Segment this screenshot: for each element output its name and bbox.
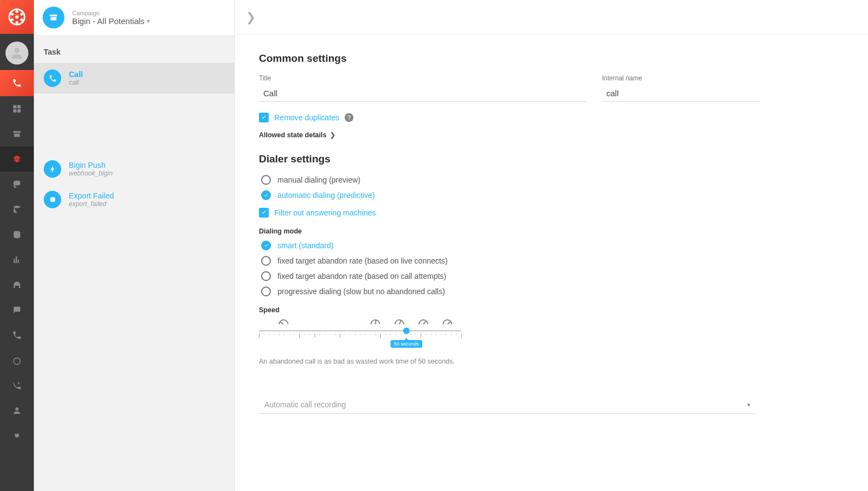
dialer-settings-heading: Dialer settings [259, 153, 844, 165]
main-content: ❯ Common settings Title Internal name Re… [235, 0, 868, 491]
phone-icon [44, 69, 61, 87]
recording-dropdown[interactable]: Automatic call recording ▾ [259, 396, 756, 414]
bolt-icon [44, 160, 61, 178]
task-sublabel: export_failed [69, 200, 114, 208]
progressive-label: progressive dialing (slow but no abandon… [277, 287, 445, 296]
smart-mode-radio[interactable] [261, 241, 271, 250]
task-section-title: Task [34, 36, 234, 63]
svg-point-4 [20, 19, 23, 21]
svg-point-5 [16, 21, 19, 24]
rail-database-icon[interactable] [0, 222, 34, 247]
internal-name-input[interactable] [602, 85, 760, 102]
chevron-down-icon: ▾ [747, 401, 751, 408]
user-avatar[interactable] [5, 42, 28, 65]
svg-point-7 [11, 13, 14, 16]
task-item-call[interactable]: Callcall [34, 63, 234, 93]
common-settings-heading: Common settings [259, 52, 844, 65]
svg-point-17 [15, 407, 19, 411]
speed-caption: An abandoned call is as bad as wasted wo… [259, 358, 844, 365]
rail-call-forward-icon[interactable] [0, 373, 34, 398]
rail-timer-icon[interactable] [0, 348, 34, 373]
rail-headphones-icon[interactable] [0, 272, 34, 297]
fixed-attempts-label: fixed target abandon rate (based on call… [277, 272, 446, 280]
progressive-radio[interactable] [261, 287, 271, 296]
chevron-right-icon[interactable]: ❯ [246, 10, 256, 25]
filter-answering-machines-label: Filter out answering machines [274, 208, 376, 217]
rail-archive-icon[interactable] [0, 121, 34, 147]
campaign-selector[interactable]: Campaign Bigin - All Potentials▾ [34, 0, 234, 36]
fixed-live-label: fixed target abandon rate (based on live… [277, 256, 447, 265]
svg-point-1 [15, 15, 19, 19]
filter-answering-machines-checkbox[interactable] [259, 208, 269, 218]
task-label: Bigin Push [69, 161, 113, 169]
smart-mode-label: smart (standard) [277, 241, 334, 250]
svg-point-14 [14, 206, 20, 208]
title-label: Title [259, 74, 587, 82]
campaign-name[interactable]: Bigin - All Potentials▾ [72, 16, 150, 26]
nav-rail [0, 0, 34, 491]
slider-value-bubble: 50 seconds [391, 340, 422, 348]
task-item-bigin-push[interactable]: Bigin Pushwebhook_bigin [34, 154, 234, 184]
rail-db-out-icon[interactable] [0, 197, 34, 222]
side-panel: Campaign Bigin - All Potentials▾ Task Ca… [34, 0, 235, 491]
campaign-label: Campaign [72, 10, 150, 16]
speed-slider[interactable]: 50 seconds [259, 319, 461, 339]
rail-db-in-icon[interactable] [0, 172, 34, 197]
svg-rect-12 [17, 109, 21, 113]
fixed-live-radio[interactable] [261, 256, 271, 266]
svg-rect-11 [13, 109, 16, 113]
app-logo[interactable] [0, 0, 34, 34]
rail-user-icon[interactable] [0, 398, 34, 423]
coins-icon [44, 191, 61, 208]
manual-dialing-radio[interactable] [261, 175, 271, 185]
help-icon[interactable]: ? [345, 113, 353, 122]
breadcrumb-bar: ❯ [235, 0, 868, 35]
svg-point-6 [11, 19, 14, 21]
task-sublabel: webhook_bigin [69, 169, 113, 177]
rail-layers-icon[interactable] [0, 147, 34, 172]
chevron-right-icon: ❯ [330, 131, 335, 139]
rail-dashboard-icon[interactable] [0, 96, 34, 121]
fixed-attempts-radio[interactable] [261, 271, 271, 281]
automatic-dialing-label: automatic dialing (predictive) [277, 191, 375, 200]
rail-call-icon[interactable] [0, 323, 34, 348]
dialing-mode-label: Dialing mode [259, 227, 844, 235]
internal-name-label: Internal name [602, 74, 760, 82]
svg-point-3 [20, 13, 23, 16]
task-label: Call [69, 70, 83, 79]
remove-duplicates-checkbox[interactable] [259, 113, 269, 122]
title-input[interactable] [259, 85, 587, 102]
svg-rect-9 [13, 105, 16, 108]
chevron-down-icon: ▾ [147, 18, 150, 24]
remove-duplicates-label: Remove duplicates [274, 113, 339, 122]
svg-point-16 [14, 358, 20, 365]
allowed-state-toggle[interactable]: Allowed state details❯ [259, 131, 844, 139]
svg-point-8 [14, 48, 19, 53]
task-item-export-failed[interactable]: Export Failedexport_failed [34, 184, 234, 215]
manual-dialing-label: manual dialing (preview) [277, 176, 361, 184]
speed-label: Speed [259, 306, 844, 314]
task-label: Export Failed [69, 191, 114, 200]
automatic-dialing-radio[interactable] [261, 190, 271, 200]
task-sublabel: call [69, 79, 83, 86]
svg-point-2 [16, 10, 19, 13]
archive-icon [43, 7, 64, 28]
rail-plug-icon[interactable] [0, 423, 34, 448]
phone-icon[interactable] [0, 70, 34, 96]
rail-message-stats-icon[interactable] [0, 297, 34, 323]
rail-chart-icon[interactable] [0, 247, 34, 272]
svg-rect-10 [17, 105, 21, 108]
recording-placeholder: Automatic call recording [264, 400, 346, 409]
